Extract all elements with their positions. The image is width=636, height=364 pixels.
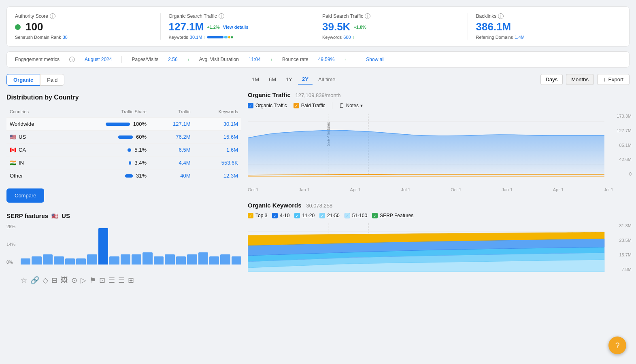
- country-name-cell: Other: [6, 169, 63, 182]
- engagement-info-icon[interactable]: i: [69, 57, 75, 62]
- export-button[interactable]: ↑ Export: [597, 74, 630, 85]
- pages-visits-value: 2.56: [168, 57, 177, 62]
- legend-paid[interactable]: ✓ Paid Traffic: [294, 103, 325, 108]
- 51-100-check: ✓: [345, 213, 350, 218]
- table-row[interactable]: 🇺🇸US 60% 76.2M15.6M: [6, 131, 241, 144]
- paid-keywords-link[interactable]: 680: [343, 35, 351, 40]
- view-details-link[interactable]: View details: [223, 25, 249, 30]
- x-label-jul1: Jul 1: [401, 187, 410, 192]
- serp-icon-2: 🔗: [30, 276, 39, 285]
- serp-check: ✓: [372, 213, 378, 218]
- view-btn-days[interactable]: Days: [540, 74, 563, 85]
- kw-legend-top3[interactable]: ✓ Top 3: [248, 213, 267, 218]
- distribution-title: Distribution by Country: [6, 94, 241, 101]
- col-countries: Countries: [6, 108, 63, 118]
- authority-info-icon[interactable]: i: [50, 13, 55, 19]
- organic-search-info-icon[interactable]: i: [219, 13, 224, 19]
- keywords-title: Organic Keywords: [248, 202, 302, 209]
- time-btn-6m[interactable]: 6M: [265, 75, 280, 84]
- col-traffic-share: Traffic Share: [63, 108, 150, 118]
- pages-visits-label: Pages/Visits: [132, 57, 158, 62]
- domains-link[interactable]: 1.4M: [515, 35, 524, 40]
- kw-legend-51-100[interactable]: ✓ 51-100: [345, 213, 367, 218]
- keywords-cell: 12.3M: [194, 169, 241, 182]
- serp-bar: [54, 256, 64, 265]
- authority-label: Authority Score i: [15, 13, 152, 19]
- col-traffic: Traffic: [150, 108, 194, 118]
- keywords-cell: 15.6M: [194, 131, 241, 144]
- authority-score-metric: Authority Score i 100 Semrush Domain Ran…: [15, 13, 161, 40]
- traffic-share-cell: 100%: [63, 118, 150, 131]
- view-btn-months[interactable]: Months: [566, 74, 594, 85]
- keywords-trend-up: ↑: [204, 35, 206, 40]
- paid-check: ✓: [294, 103, 299, 108]
- avg-visit-trend: ↑: [270, 57, 272, 62]
- paid-keywords-trend: ↑: [353, 35, 355, 40]
- traffic-bar: [129, 161, 131, 165]
- domain-rank-link[interactable]: 38: [63, 35, 68, 40]
- country-name-cell: 🇨🇦CA: [6, 144, 63, 157]
- kw-legend-21-50[interactable]: ✓ 21-50: [319, 213, 340, 218]
- 21-50-check: ✓: [319, 213, 325, 218]
- serp-bar: [132, 254, 141, 265]
- main-content: Organic Paid Distribution by Country Cou…: [6, 74, 630, 285]
- serp-bar: [143, 252, 152, 265]
- serp-icon-12: ⊞: [128, 276, 134, 285]
- backlinks-metric: Backlinks i 386.1M Referring Domains 1.4…: [468, 13, 621, 40]
- bounce-value: 49.59%: [318, 57, 335, 62]
- authority-dot: [15, 24, 21, 30]
- serp-icons-row: ☆ 🔗 ◇ ⊟ 🖼 ⊙ ▷ ⚑ ⊡ ☰ ☰ ⊞: [6, 276, 241, 285]
- table-row[interactable]: 🇮🇳IN 3.4% 4.4M553.6K: [6, 157, 241, 169]
- traffic-cell: 40M: [150, 169, 194, 182]
- table-row[interactable]: 🇨🇦CA 5.1% 6.5M1.6M: [6, 144, 241, 157]
- keywords-cell: 1.6M: [194, 144, 241, 157]
- paid-search-info-icon[interactable]: i: [365, 13, 370, 19]
- serp-icon-10: ☰: [108, 276, 115, 285]
- show-all-link[interactable]: Show all: [366, 57, 384, 62]
- bounce-label: Bounce rate: [282, 57, 308, 62]
- serp-bar: [165, 254, 174, 265]
- backlinks-info-icon[interactable]: i: [498, 13, 504, 19]
- traffic-section: Organic Traffic 127,109,839/month ✓ Orga…: [248, 91, 630, 281]
- compare-button[interactable]: Compare: [6, 188, 44, 203]
- time-btn-all[interactable]: All time: [314, 75, 340, 84]
- serp-icon-4: ⊟: [51, 276, 57, 285]
- keywords-cell: 30.1M: [194, 118, 241, 131]
- kw-legend-serp[interactable]: ✓ SERP Features: [372, 213, 413, 218]
- serp-bars-area: [21, 224, 241, 265]
- table-row[interactable]: Worldwide 100% 127.1M30.1M: [6, 118, 241, 131]
- serp-bar: [209, 256, 219, 265]
- time-btn-1m[interactable]: 1M: [248, 75, 263, 84]
- traffic-share-cell: 5.1%: [63, 144, 150, 157]
- kw-legend-4-10[interactable]: ✓ 4-10: [272, 213, 289, 218]
- paid-search-value: 39.5K +1.8%: [322, 21, 459, 33]
- serp-icon-7: ▷: [81, 276, 86, 285]
- table-row[interactable]: Other 31% 40M12.3M: [6, 169, 241, 182]
- serp-icon-1: ☆: [21, 276, 27, 285]
- metrics-bar: Authority Score i 100 Semrush Domain Ran…: [6, 6, 630, 47]
- serp-bar: [232, 256, 241, 265]
- kw-legend-11-20[interactable]: ✓ 11-20: [294, 213, 315, 218]
- backlinks-sub: Referring Domains 1.4M: [476, 35, 613, 40]
- tab-organic[interactable]: Organic: [6, 74, 40, 86]
- serp-bar: [198, 252, 208, 265]
- tab-switcher: Organic Paid: [6, 74, 241, 86]
- traffic-cell: 76.2M: [150, 131, 194, 144]
- authority-sub: Semrush Domain Rank 38: [15, 35, 152, 40]
- serp-bar: [154, 256, 164, 265]
- country-name-cell: 🇮🇳IN: [6, 157, 63, 169]
- notes-button[interactable]: 🗒 Notes ▾: [339, 102, 363, 109]
- tab-paid[interactable]: Paid: [40, 74, 64, 86]
- divider: [121, 56, 122, 63]
- time-btn-2y[interactable]: 2Y: [298, 74, 313, 85]
- keywords-count: 30,078,258: [306, 203, 332, 209]
- traffic-x-axis: Oct 1 Jan 1 Apr 1 Jul 1 Oct 1 Jan 1 Apr …: [248, 187, 630, 192]
- serp-bar: [43, 254, 53, 265]
- organic-keywords-link[interactable]: 30.1M: [190, 35, 202, 40]
- serp-icon-3: ◇: [43, 276, 48, 285]
- organic-sub: Keywords 30.1M ↑: [169, 35, 306, 40]
- time-btn-1y[interactable]: 1Y: [282, 75, 296, 84]
- traffic-bar: [106, 123, 130, 126]
- serp-icon-8: ⚑: [89, 276, 96, 285]
- legend-organic[interactable]: ✓ Organic Traffic: [248, 103, 287, 108]
